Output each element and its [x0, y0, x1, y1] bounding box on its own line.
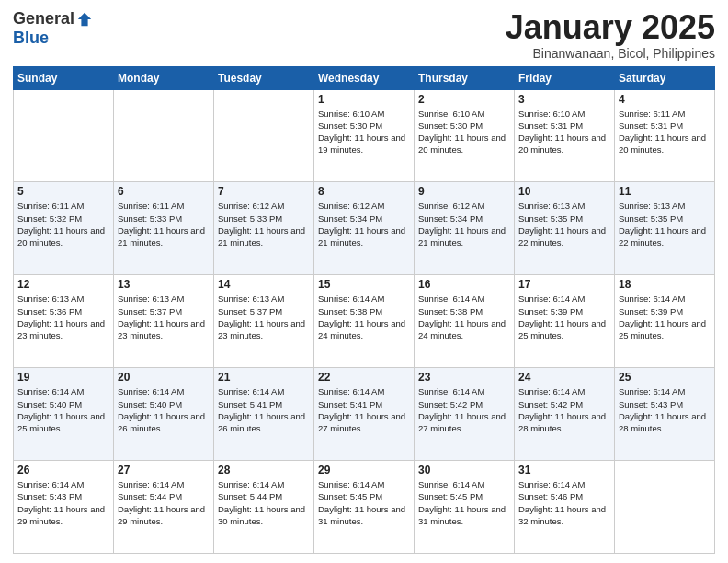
day-info: Sunrise: 6:11 AMSunset: 5:31 PMDaylight:…: [619, 108, 711, 156]
calendar-day-header: Tuesday: [214, 66, 314, 89]
day-number: 13: [118, 278, 210, 291]
calendar-day-header: Thursday: [415, 66, 515, 89]
logo-icon: [76, 11, 93, 28]
day-info: Sunrise: 6:12 AMSunset: 5:34 PMDaylight:…: [418, 200, 510, 248]
calendar-cell: 23Sunrise: 6:14 AMSunset: 5:42 PMDayligh…: [415, 368, 515, 461]
calendar-day-header: Saturday: [615, 66, 715, 89]
day-info: Sunrise: 6:14 AMSunset: 5:39 PMDaylight:…: [518, 293, 610, 341]
day-number: 28: [218, 464, 310, 477]
calendar-cell: 1Sunrise: 6:10 AMSunset: 5:30 PMDaylight…: [314, 89, 415, 182]
day-info: Sunrise: 6:13 AMSunset: 5:37 PMDaylight:…: [118, 293, 210, 341]
calendar-cell: 4Sunrise: 6:11 AMSunset: 5:31 PMDaylight…: [615, 89, 715, 182]
day-info: Sunrise: 6:12 AMSunset: 5:34 PMDaylight:…: [318, 200, 410, 248]
day-info: Sunrise: 6:14 AMSunset: 5:45 PMDaylight:…: [318, 478, 410, 527]
day-info: Sunrise: 6:14 AMSunset: 5:38 PMDaylight:…: [418, 293, 510, 341]
calendar-cell: 11Sunrise: 6:13 AMSunset: 5:35 PMDayligh…: [615, 182, 715, 275]
calendar-day-header: Sunday: [14, 66, 114, 89]
logo-general-text: General: [13, 9, 74, 29]
calendar-body: 1Sunrise: 6:10 AMSunset: 5:30 PMDaylight…: [14, 89, 715, 553]
day-info: Sunrise: 6:11 AMSunset: 5:33 PMDaylight:…: [118, 200, 210, 248]
day-info: Sunrise: 6:13 AMSunset: 5:36 PMDaylight:…: [17, 293, 109, 341]
day-number: 2: [418, 93, 510, 106]
day-number: 20: [118, 371, 210, 384]
calendar-cell: [114, 89, 214, 182]
calendar-table: SundayMondayTuesdayWednesdayThursdayFrid…: [13, 66, 715, 554]
calendar-week-row: 19Sunrise: 6:14 AMSunset: 5:40 PMDayligh…: [14, 368, 715, 461]
day-info: Sunrise: 6:14 AMSunset: 5:43 PMDaylight:…: [619, 385, 711, 434]
day-number: 24: [518, 371, 610, 384]
day-info: Sunrise: 6:10 AMSunset: 5:31 PMDaylight:…: [518, 108, 610, 156]
day-number: 29: [318, 464, 410, 477]
day-number: 9: [418, 185, 510, 198]
calendar-cell: 21Sunrise: 6:14 AMSunset: 5:41 PMDayligh…: [214, 368, 314, 461]
calendar-cell: 17Sunrise: 6:14 AMSunset: 5:39 PMDayligh…: [515, 275, 615, 368]
calendar-cell: 14Sunrise: 6:13 AMSunset: 5:37 PMDayligh…: [214, 275, 314, 368]
calendar-cell: 18Sunrise: 6:14 AMSunset: 5:39 PMDayligh…: [615, 275, 715, 368]
location: Binanwanaan, Bicol, Philippines: [506, 46, 715, 61]
day-number: 10: [518, 185, 610, 198]
day-number: 5: [17, 185, 109, 198]
calendar-cell: 25Sunrise: 6:14 AMSunset: 5:43 PMDayligh…: [615, 368, 715, 461]
page: General Blue January 2025 Binanwanaan, B…: [0, 0, 728, 563]
calendar-cell: 6Sunrise: 6:11 AMSunset: 5:33 PMDaylight…: [114, 182, 214, 275]
day-info: Sunrise: 6:14 AMSunset: 5:40 PMDaylight:…: [118, 385, 210, 434]
day-info: Sunrise: 6:14 AMSunset: 5:40 PMDaylight:…: [17, 385, 109, 434]
calendar-cell: [214, 89, 314, 182]
calendar-cell: 26Sunrise: 6:14 AMSunset: 5:43 PMDayligh…: [14, 461, 114, 554]
calendar-week-row: 1Sunrise: 6:10 AMSunset: 5:30 PMDaylight…: [14, 89, 715, 182]
calendar-cell: 28Sunrise: 6:14 AMSunset: 5:44 PMDayligh…: [214, 461, 314, 554]
calendar-cell: 10Sunrise: 6:13 AMSunset: 5:35 PMDayligh…: [515, 182, 615, 275]
day-number: 18: [619, 278, 711, 291]
day-number: 1: [318, 93, 410, 106]
day-number: 14: [218, 278, 310, 291]
calendar-cell: 5Sunrise: 6:11 AMSunset: 5:32 PMDaylight…: [14, 182, 114, 275]
day-info: Sunrise: 6:14 AMSunset: 5:45 PMDaylight:…: [418, 478, 510, 527]
calendar-cell: [14, 89, 114, 182]
calendar-cell: 12Sunrise: 6:13 AMSunset: 5:36 PMDayligh…: [14, 275, 114, 368]
day-number: 19: [17, 371, 109, 384]
day-number: 6: [118, 185, 210, 198]
day-number: 11: [619, 185, 711, 198]
calendar-header-row: SundayMondayTuesdayWednesdayThursdayFrid…: [14, 66, 715, 89]
day-info: Sunrise: 6:10 AMSunset: 5:30 PMDaylight:…: [318, 108, 410, 156]
day-number: 4: [619, 93, 711, 106]
day-number: 7: [218, 185, 310, 198]
day-info: Sunrise: 6:14 AMSunset: 5:44 PMDaylight:…: [118, 478, 210, 527]
calendar-cell: 8Sunrise: 6:12 AMSunset: 5:34 PMDaylight…: [314, 182, 415, 275]
day-number: 16: [418, 278, 510, 291]
calendar-cell: 22Sunrise: 6:14 AMSunset: 5:41 PMDayligh…: [314, 368, 415, 461]
svg-marker-0: [78, 12, 91, 25]
calendar-cell: [615, 461, 715, 554]
calendar-cell: 20Sunrise: 6:14 AMSunset: 5:40 PMDayligh…: [114, 368, 214, 461]
header: General Blue January 2025 Binanwanaan, B…: [13, 9, 715, 61]
calendar-cell: 2Sunrise: 6:10 AMSunset: 5:30 PMDaylight…: [415, 89, 515, 182]
calendar-cell: 31Sunrise: 6:14 AMSunset: 5:46 PMDayligh…: [515, 461, 615, 554]
day-number: 12: [17, 278, 109, 291]
calendar-cell: 30Sunrise: 6:14 AMSunset: 5:45 PMDayligh…: [415, 461, 515, 554]
day-number: 8: [318, 185, 410, 198]
day-number: 15: [318, 278, 410, 291]
calendar-week-row: 12Sunrise: 6:13 AMSunset: 5:36 PMDayligh…: [14, 275, 715, 368]
calendar-day-header: Friday: [515, 66, 615, 89]
logo: General Blue: [13, 9, 93, 48]
calendar-cell: 24Sunrise: 6:14 AMSunset: 5:42 PMDayligh…: [515, 368, 615, 461]
day-info: Sunrise: 6:14 AMSunset: 5:46 PMDaylight:…: [518, 478, 610, 527]
day-info: Sunrise: 6:13 AMSunset: 5:37 PMDaylight:…: [218, 293, 310, 341]
logo-blue-text: Blue: [13, 29, 49, 48]
day-number: 27: [118, 464, 210, 477]
day-info: Sunrise: 6:14 AMSunset: 5:41 PMDaylight:…: [218, 385, 310, 434]
day-info: Sunrise: 6:10 AMSunset: 5:30 PMDaylight:…: [418, 108, 510, 156]
day-number: 17: [518, 278, 610, 291]
day-number: 22: [318, 371, 410, 384]
month-title: January 2025: [506, 9, 715, 46]
day-info: Sunrise: 6:13 AMSunset: 5:35 PMDaylight:…: [619, 200, 711, 248]
calendar-day-header: Monday: [114, 66, 214, 89]
day-info: Sunrise: 6:14 AMSunset: 5:38 PMDaylight:…: [318, 293, 410, 341]
calendar-cell: 16Sunrise: 6:14 AMSunset: 5:38 PMDayligh…: [415, 275, 515, 368]
day-number: 21: [218, 371, 310, 384]
day-info: Sunrise: 6:14 AMSunset: 5:42 PMDaylight:…: [418, 385, 510, 434]
day-number: 30: [418, 464, 510, 477]
day-number: 31: [518, 464, 610, 477]
day-info: Sunrise: 6:14 AMSunset: 5:42 PMDaylight:…: [518, 385, 610, 434]
day-number: 3: [518, 93, 610, 106]
